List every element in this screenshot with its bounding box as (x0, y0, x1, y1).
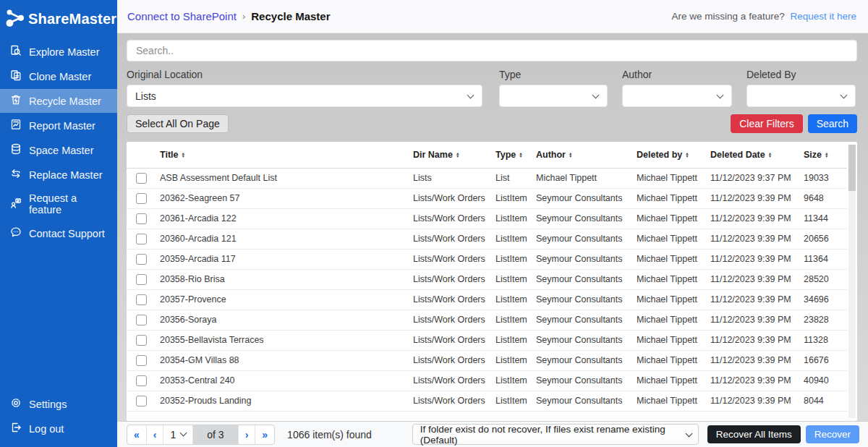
column-header-author[interactable]: Author▲▼ (532, 142, 632, 168)
row-checkbox[interactable] (136, 375, 147, 386)
recover-all-items-button[interactable]: Recover All Items (707, 425, 801, 443)
cell-title: 20357-Provence (156, 289, 409, 310)
sidebar-item-label: Replace Master (29, 169, 103, 181)
clear-filters-button[interactable]: Clear Filters (731, 114, 802, 133)
cell-deleted-by: Michael Tippett (632, 391, 706, 411)
sidebar-item-settings[interactable]: Settings (0, 392, 117, 416)
cell-size: 19033 (799, 168, 847, 188)
sidebar-footer: SettingsLog out (0, 392, 117, 447)
cell-dir-name: Lists/Work Orders (409, 249, 491, 269)
cell-dir-name: Lists (409, 168, 491, 188)
sort-icon[interactable]: ▲▼ (768, 152, 772, 158)
cell-title: 20354-GM Villas 88 (156, 350, 409, 370)
sort-icon[interactable]: ▲▼ (685, 152, 689, 158)
page-number-select[interactable]: 1 (163, 425, 193, 444)
breadcrumb-connect-link[interactable]: Connect to SharePoint (127, 10, 237, 22)
row-checkbox[interactable] (136, 315, 147, 325)
request-icon (10, 197, 22, 211)
first-page-button[interactable]: « (127, 425, 147, 444)
sort-icon[interactable]: ▲▼ (181, 152, 184, 158)
cell-type: ListItem (491, 249, 532, 269)
column-header-deleted-date[interactable]: Deleted Date▲▼ (706, 142, 799, 168)
request-feature-link[interactable]: Request it here (790, 11, 856, 22)
column-header-title[interactable]: Title▲▼ (156, 142, 409, 168)
sort-icon[interactable]: ▲▼ (825, 152, 828, 158)
column-header-deleted-by[interactable]: Deleted by▲▼ (632, 142, 706, 168)
select-all-on-page-button[interactable]: Select All On Page (127, 114, 229, 133)
recover-options-select[interactable]: If folder exist do not recover, If files… (412, 424, 699, 445)
sidebar-item-label: Recycle Master (29, 95, 101, 107)
previous-page-button[interactable]: ‹ (147, 425, 164, 444)
cell-deleted-date: 11/12/2023 9:39 PM (706, 249, 799, 269)
deleted-by-select[interactable] (746, 85, 856, 107)
recover-button[interactable]: Recover (806, 425, 859, 443)
explore-icon (10, 45, 22, 59)
row-checkbox[interactable] (136, 213, 147, 224)
sidebar-item-label: Explore Master (29, 46, 100, 58)
row-checkbox[interactable] (136, 294, 147, 305)
cell-type: ListItem (491, 188, 532, 208)
cell-deleted-by: Michael Tippett (632, 249, 706, 269)
last-page-button[interactable]: » (255, 425, 274, 444)
sidebar-item-request-a-feature[interactable]: Request a feature (0, 187, 117, 221)
sidebar-item-recycle-master[interactable]: Recycle Master (0, 89, 117, 113)
search-input[interactable] (127, 40, 857, 61)
cell-deleted-by: Michael Tippett (632, 310, 706, 330)
clone-icon (10, 69, 22, 83)
original-location-select[interactable]: Lists (127, 85, 482, 107)
table-row: 20361-Arcadia 122Lists/Work OrdersListIt… (127, 208, 847, 229)
top-bar: Connect to SharePoint › Recycle Master A… (117, 0, 868, 33)
cell-size: 9648 (799, 188, 847, 208)
chevron-down-icon (841, 92, 848, 99)
sort-icon[interactable]: ▲▼ (456, 152, 459, 158)
sidebar-item-replace-master[interactable]: Replace Master (0, 163, 117, 187)
cell-title: 20360-Arcadia 121 (156, 229, 409, 249)
cell-dir-name: Lists/Work Orders (409, 289, 491, 310)
cell-dir-name: Lists/Work Orders (409, 350, 491, 370)
sidebar-item-clone-master[interactable]: Clone Master (0, 64, 117, 88)
cell-dir-name: Lists/Work Orders (409, 330, 491, 350)
author-select[interactable] (622, 85, 732, 107)
row-checkbox[interactable] (136, 335, 147, 346)
sidebar-item-contact-support[interactable]: Contact Support (0, 221, 117, 245)
sidebar-item-log-out[interactable]: Log out (0, 417, 117, 440)
sort-icon[interactable]: ▲▼ (569, 152, 572, 158)
row-checkbox[interactable] (136, 234, 147, 244)
cell-type: ListItem (491, 391, 532, 411)
cell-type: ListItem (491, 330, 532, 350)
row-checkbox[interactable] (136, 193, 147, 204)
cell-title: 20352-Prouds Landing (156, 391, 409, 411)
table-row: ASB Assessment Default ListListsListMich… (127, 168, 847, 188)
cell-type: ListItem (491, 310, 532, 330)
column-header-size[interactable]: Size▲▼ (799, 142, 847, 168)
table-row: 20360-Arcadia 121Lists/Work OrdersListIt… (127, 229, 847, 249)
search-button[interactable]: Search (808, 114, 857, 133)
table-row: 20359-Arcadia 117Lists/Work OrdersListIt… (127, 249, 847, 269)
cell-deleted-by: Michael Tippett (632, 208, 706, 229)
row-checkbox[interactable] (136, 274, 147, 285)
table-row: 20358-Rio BrisaLists/Work OrdersListItem… (127, 269, 847, 289)
sort-icon[interactable]: ▲▼ (519, 152, 522, 158)
next-page-button[interactable]: › (239, 425, 256, 444)
cell-title: 20362-Seagreen 57 (156, 188, 409, 208)
brand-logo: ShareMaster (0, 0, 117, 40)
sidebar-item-explore-master[interactable]: Explore Master (0, 40, 117, 64)
author-label: Author (622, 69, 732, 80)
sidebar-item-label: Log out (29, 423, 64, 435)
column-header-type[interactable]: Type▲▼ (491, 142, 532, 168)
row-checkbox[interactable] (136, 355, 147, 366)
column-header-dir-name[interactable]: Dir Name▲▼ (409, 142, 491, 168)
sidebar-item-report-master[interactable]: Report Master (0, 114, 117, 137)
sidebar-item-space-master[interactable]: Space Master (0, 138, 117, 162)
table-scrollbar-thumb[interactable] (848, 145, 856, 191)
chevron-down-icon (467, 92, 475, 99)
logout-icon (10, 422, 22, 435)
row-checkbox[interactable] (136, 396, 147, 406)
feature-prompt: Are we missing a feature? Request it her… (672, 11, 856, 22)
row-checkbox[interactable] (136, 254, 147, 265)
type-select[interactable] (499, 85, 608, 107)
page-title: Recycle Master (251, 10, 330, 22)
row-checkbox[interactable] (136, 173, 147, 184)
table-scrollbar[interactable] (848, 145, 856, 418)
cell-author: Seymour Consultants (532, 350, 632, 370)
